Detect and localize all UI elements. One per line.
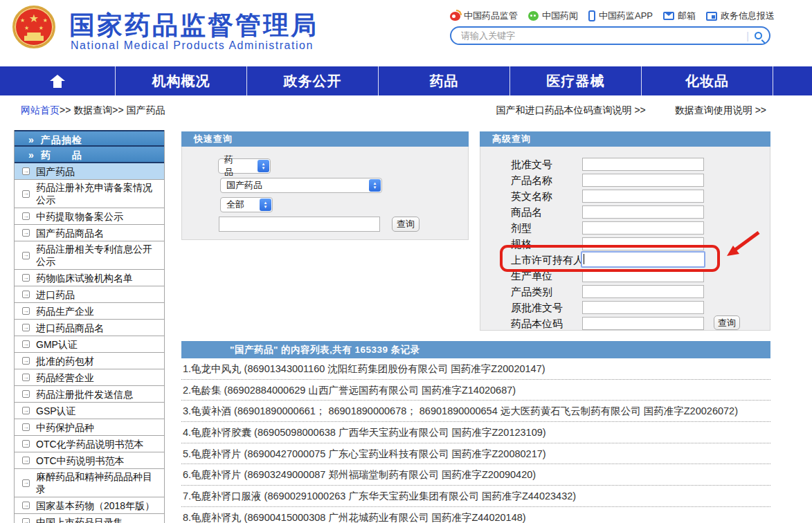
sidebar-item-label: 中国上市药品目录集 <box>36 516 123 523</box>
sidebar-item-label: 中药提取物备案公示 <box>36 210 123 223</box>
results-header: "国产药品" 的内容列表,共有 165339 条记录 <box>181 341 770 358</box>
sidebar-item[interactable]: 批准的药包材 <box>15 353 164 369</box>
category-select[interactable]: 药 品 ▲▼ <box>218 158 271 174</box>
link-app[interactable]: 中国药监APP <box>588 10 653 22</box>
arrow-box-icon <box>22 479 30 487</box>
nav-medical-devices[interactable]: 医疗器械 <box>509 66 641 95</box>
nav-drugs[interactable]: 药品 <box>378 66 509 95</box>
result-item[interactable]: 1.龟龙中风丸 (86901343001160 沈阳红药集团股份有限公司 国药准… <box>181 358 770 380</box>
arrow-box-icon <box>22 307 30 315</box>
result-item[interactable]: 4.龟鹿补肾胶囊 (86905098000638 广西华天宝药业有限公司 国药准… <box>181 422 770 443</box>
manufacturer-input[interactable] <box>582 269 704 282</box>
sidebar-item[interactable]: 中药保护品种 <box>15 419 164 436</box>
drug-barcode-input[interactable] <box>582 317 704 330</box>
emblem-star-icon: ★ <box>43 17 48 24</box>
sidebar-item[interactable]: 药品注册相关专利信息公开公示 <box>15 241 164 270</box>
sidebar-item[interactable]: 药品注册批件发送信息 <box>15 386 164 403</box>
sidebar-item[interactable]: 国产药品商品名 <box>15 225 164 241</box>
header-search-input[interactable] <box>461 30 743 41</box>
dosage-form-input[interactable] <box>582 221 704 235</box>
quick-query-panel: 快速查询 药 品 ▲▼ 国产药品 ▲▼ 全部 ▲▼ 查询 <box>181 131 469 240</box>
sidebar-item-label: 麻醉药品和精神药品品种目录 <box>36 470 161 495</box>
arrow-box-icon <box>22 407 30 414</box>
field-label: 原批准文号 <box>511 302 563 315</box>
result-item[interactable]: 7.龟鹿补肾口服液 (86900291000263 广东华天宝药业集团有限公司 … <box>181 486 770 507</box>
product-category-input[interactable] <box>582 285 704 298</box>
result-item[interactable]: 5.龟鹿补肾片 (86900427000075 广东心宝药业科技有限公司 国药准… <box>181 443 770 465</box>
license-holder-input[interactable] <box>581 251 705 268</box>
advanced-query-button[interactable]: 查询 <box>714 315 740 330</box>
sidebar-item-label: 药物临床试验机构名单 <box>36 272 133 284</box>
approval-number-input[interactable] <box>582 158 704 171</box>
result-item[interactable]: 3.龟黄补酒 (86901890000661； 86901890000678； … <box>181 401 770 422</box>
breadcrumb: 网站首页>> 数据查询>> 国产药品 <box>21 104 165 117</box>
barcode-help-link[interactable]: 国产和进口药品本位码查询说明 >> <box>496 104 646 117</box>
quick-query-button[interactable]: 查询 <box>392 217 419 232</box>
sidebar-item[interactable]: 药物临床试验机构名单 <box>15 270 164 286</box>
sidebar-item-domestic-drugs[interactable]: 国产药品 <box>15 163 164 180</box>
sidebar-item[interactable]: 麻醉药品和精神药品品种目录 <box>15 469 164 497</box>
nav-home[interactable] <box>0 66 115 95</box>
sidebar-header-label: 产品抽检 <box>41 134 82 145</box>
sidebar-item[interactable]: 中药提取物备案公示 <box>15 208 164 225</box>
sidebar-item-label: 国产药品商品名 <box>36 227 104 239</box>
sidebar-item[interactable]: 中国上市药品目录集 <box>15 514 164 523</box>
page: ★ ★ ★ ★ ★ 国家药品监督管理局 National Medical Pro… <box>0 0 812 523</box>
nav-org-overview[interactable]: 机构概况 <box>115 66 246 95</box>
sidebar-item[interactable]: 进口药品 <box>15 286 164 303</box>
sidebar-item[interactable]: OTC中药说明书范本 <box>15 452 164 469</box>
sidebar-item-label: 批准的药包材 <box>36 355 94 367</box>
arrow-box-icon <box>22 502 30 509</box>
select-stepper-icon: ▲▼ <box>258 160 269 172</box>
arrow-box-icon <box>22 423 30 431</box>
breadcrumb-right-links: 国产和进口药品本位码查询说明 >> 数据查询使用说明 >> <box>496 104 767 117</box>
phone-icon <box>588 10 595 21</box>
link-mail[interactable]: 邮箱 <box>663 10 696 22</box>
trade-name-input[interactable] <box>582 205 704 219</box>
field-label: 产品名称 <box>511 174 552 187</box>
site-subtitle: National Medical Products Administration <box>71 39 314 52</box>
arrow-box-icon <box>22 229 30 237</box>
chevrons-icon: » <box>28 149 35 160</box>
link-wechat[interactable]: 中国药闻 <box>528 10 578 22</box>
result-item[interactable]: 6.龟鹿补肾片 (86903249000087 郑州福瑞堂制药有限公司 国药准字… <box>181 464 770 486</box>
search-icon[interactable] <box>755 32 762 39</box>
sidebar-item[interactable]: GMP认证 <box>15 336 164 353</box>
nav-gov-disclosure[interactable]: 政务公开 <box>246 66 378 95</box>
product-name-input[interactable] <box>582 174 704 187</box>
sidebar-item[interactable]: 药品经营企业 <box>15 369 164 386</box>
arrow-box-icon <box>22 518 30 523</box>
quick-query-input[interactable] <box>219 217 380 232</box>
arrow-box-icon <box>22 374 30 381</box>
arrow-box-icon <box>22 252 30 259</box>
original-approval-number-input[interactable] <box>582 301 704 314</box>
nav-cosmetics[interactable]: 化妆品 <box>641 66 773 95</box>
advanced-query-title: 高级查询 <box>480 131 770 147</box>
sidebar-item-label: 国产药品 <box>36 165 75 178</box>
field-label: 批准文号 <box>511 158 552 172</box>
english-name-input[interactable] <box>582 190 704 203</box>
sidebar-item-label: 中药保护品种 <box>36 421 94 434</box>
sidebar-item[interactable]: 进口药品商品名 <box>15 320 164 336</box>
type-select[interactable]: 国产药品 ▲▼ <box>220 178 382 193</box>
sidebar-item[interactable]: OTC化学药品说明书范本 <box>15 436 164 452</box>
result-item[interactable]: 2.龟龄集 (86902884000629 山西广誉远国药有限公司 国药准字Z1… <box>181 380 770 401</box>
sidebar-item-label: 进口药品 <box>36 288 75 301</box>
breadcrumb-home-link[interactable]: 网站首页 <box>21 104 60 116</box>
sidebar-item[interactable]: 药品注册补充申请备案情况公示 <box>15 180 164 208</box>
scope-select[interactable]: 全部 ▲▼ <box>220 197 273 212</box>
sidebar-item-label: 药品注册批件发送信息 <box>36 388 133 401</box>
link-report[interactable]: 政务信息报送 <box>706 10 775 22</box>
query-help-link[interactable]: 数据查询使用说明 >> <box>675 104 766 117</box>
link-weibo[interactable]: 中国药品监管 <box>450 10 518 22</box>
sidebar-item[interactable]: 国家基本药物（2018年版） <box>15 497 164 514</box>
advanced-query-panel: 高级查询 批准文号 产品名称 英文名称 商品名 剂型 规格 上市许可持有人 生产… <box>480 131 770 331</box>
select-value: 全部 <box>226 199 244 211</box>
sidebar-item[interactable]: GSP认证 <box>15 403 164 419</box>
specification-input[interactable] <box>582 237 704 250</box>
sidebar-header-drugs[interactable]: »药 品 <box>15 147 164 163</box>
home-icon <box>49 75 66 88</box>
result-item[interactable]: 8.龟鹿补肾丸 (86900415000308 广州花城药业有限公司 国药准字Z… <box>181 507 770 523</box>
sidebar-item[interactable]: 药品生产企业 <box>15 303 164 320</box>
sidebar-header-product-sampling[interactable]: »产品抽检 <box>15 130 164 147</box>
